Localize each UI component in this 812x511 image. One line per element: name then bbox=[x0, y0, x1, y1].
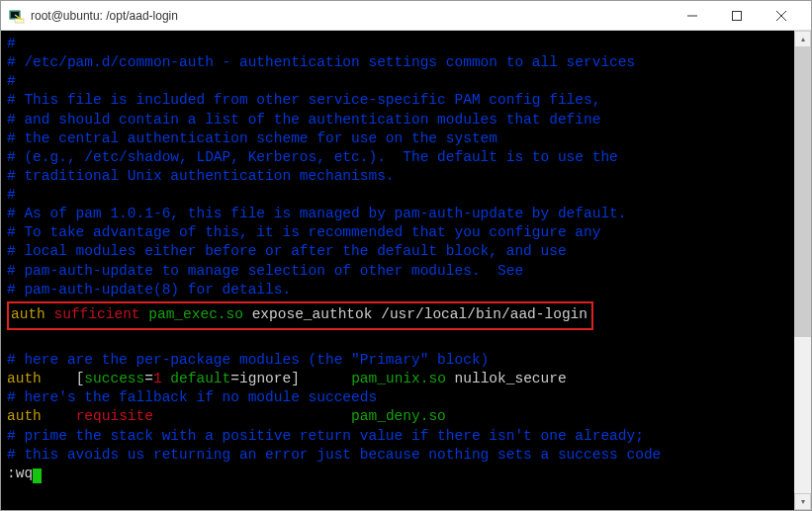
auth-keyword: auth bbox=[7, 408, 42, 424]
comment-line: # this avoids us returning an error just… bbox=[7, 447, 661, 463]
success-key: success bbox=[84, 371, 144, 386]
pam-exec-module: pam_exec.so bbox=[140, 306, 243, 322]
window-controls bbox=[670, 2, 803, 30]
bracket: ] bbox=[291, 371, 300, 386]
putty-icon bbox=[9, 8, 25, 24]
svg-rect-5 bbox=[732, 11, 741, 20]
comment-line: # the central authentication scheme for … bbox=[7, 130, 497, 146]
minimize-button[interactable] bbox=[670, 2, 714, 30]
scrollbar[interactable]: ▴ ▾ bbox=[794, 31, 811, 510]
comment-line: # here are the per-package modules (the … bbox=[7, 352, 489, 368]
comment-line: # /etc/pam.d/common-auth - authenticatio… bbox=[7, 54, 635, 70]
auth-keyword: auth bbox=[7, 371, 42, 386]
module-args: expose_authtok /usr/local/bin/aad-login bbox=[243, 306, 587, 322]
comment-line: # bbox=[7, 73, 16, 89]
pam-unix-module: pam_unix.so bbox=[351, 371, 446, 386]
gap bbox=[300, 371, 351, 386]
svg-rect-2 bbox=[15, 19, 24, 23]
scrollbar-thumb[interactable] bbox=[794, 47, 811, 337]
vim-command: :wq bbox=[7, 466, 33, 481]
comment-line: # bbox=[7, 187, 16, 203]
scrollbar-up-arrow[interactable]: ▴ bbox=[794, 31, 811, 47]
default-key: default bbox=[162, 371, 231, 386]
comment-line: # traditional Unix authentication mechan… bbox=[7, 168, 395, 184]
terminal[interactable]: # # /etc/pam.d/common-auth - authenticat… bbox=[1, 31, 794, 510]
auth-keyword: auth bbox=[11, 306, 45, 322]
comment-line: # This file is included from other servi… bbox=[7, 92, 600, 108]
equals: = bbox=[144, 371, 153, 386]
comment-line: # As of pam 1.0.1-6, this file is manage… bbox=[7, 206, 627, 221]
terminal-container: # # /etc/pam.d/common-auth - authenticat… bbox=[1, 31, 811, 510]
window-title: root@ubuntu: /opt/aad-login bbox=[31, 9, 670, 23]
gap bbox=[42, 408, 76, 424]
close-button[interactable] bbox=[759, 2, 803, 30]
comment-line: # prime the stack with a positive return… bbox=[7, 428, 644, 444]
cursor bbox=[33, 468, 42, 483]
highlighted-auth-line: auth sufficient pam_exec.so expose_autht… bbox=[7, 301, 593, 330]
comment-line: # here's the fallback if no module succe… bbox=[7, 389, 377, 405]
ignore-value: ignore bbox=[239, 371, 291, 386]
comment-line: # pam-auth-update to manage selection of… bbox=[7, 263, 523, 279]
maximize-button[interactable] bbox=[714, 2, 759, 30]
pam-deny-module: pam_deny.so bbox=[351, 408, 446, 424]
titlebar[interactable]: root@ubuntu: /opt/aad-login bbox=[1, 1, 811, 31]
scrollbar-track[interactable] bbox=[794, 47, 811, 493]
comment-line: # bbox=[7, 36, 16, 51]
module-args: nullok_secure bbox=[446, 371, 567, 386]
gap bbox=[153, 408, 351, 424]
gap bbox=[42, 371, 76, 386]
comment-line: # and should contain a list of the authe… bbox=[7, 112, 600, 128]
putty-window: root@ubuntu: /opt/aad-login # # /etc/pam… bbox=[0, 0, 812, 511]
value-one: 1 bbox=[153, 371, 162, 386]
sufficient-keyword: sufficient bbox=[45, 306, 140, 322]
comment-line: # local modules either before or after t… bbox=[7, 243, 567, 259]
equals: = bbox=[230, 371, 239, 386]
scrollbar-down-arrow[interactable]: ▾ bbox=[794, 493, 811, 510]
comment-line: # To take advantage of this, it is recom… bbox=[7, 224, 600, 240]
comment-line: # pam-auth-update(8) for details. bbox=[7, 282, 291, 298]
requisite-keyword: requisite bbox=[76, 408, 153, 424]
comment-line: # (e.g., /etc/shadow, LDAP, Kerberos, et… bbox=[7, 149, 618, 165]
